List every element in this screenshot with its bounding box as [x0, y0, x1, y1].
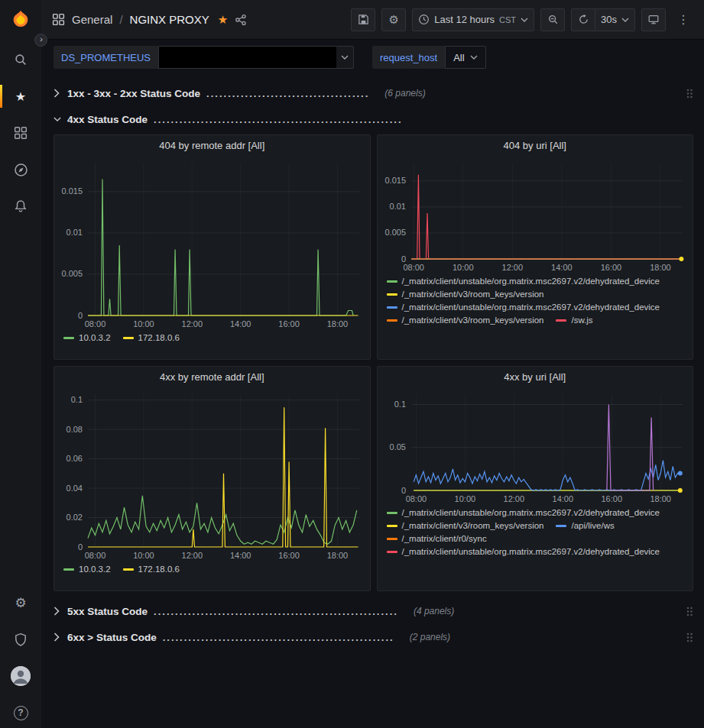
monitor-icon — [647, 14, 660, 25]
refresh-button[interactable] — [571, 8, 595, 31]
legend-item[interactable]: 172.18.0.6 — [123, 333, 180, 342]
legend-label: 172.18.0.6 — [138, 565, 180, 574]
panel-title[interactable]: 404 by remote addr [All] — [54, 135, 370, 157]
sidebar-item-explore[interactable] — [4, 154, 37, 185]
panel-4xx-by-remote-addr: 4xx by remote addr [All] 00.020.040.060.… — [54, 366, 371, 591]
dashboard-settings-button[interactable]: ⚙ — [381, 8, 406, 31]
sidebar-item-starred[interactable]: ★ — [4, 81, 37, 112]
svg-text:0.005: 0.005 — [61, 269, 83, 278]
row-dots: ........................................… — [154, 606, 398, 617]
variable-datasource: DS_PROMETHEUS — [54, 46, 354, 69]
page-title[interactable]: NGINX PROXY — [130, 13, 209, 26]
sidebar-item-search[interactable] — [4, 44, 37, 75]
favorite-star-icon[interactable]: ★ — [218, 13, 228, 27]
datasource-dropdown[interactable] — [158, 46, 354, 69]
chevron-right-icon — [54, 633, 61, 642]
sidebar-item-server-admin[interactable] — [4, 624, 37, 655]
dashboard-content: 1xx - 3xx - 2xx Status Code ............… — [41, 76, 704, 728]
variable-label-datasource: DS_PROMETHEUS — [54, 46, 158, 69]
legend-item[interactable]: /_matrix/client/v3/room_keys/version — [387, 315, 544, 325]
legend-item[interactable]: /api/live/ws — [556, 521, 614, 530]
legend-item[interactable]: /_matrix/client/v3/room_keys/version — [387, 290, 544, 299]
sidebar-item-dashboards[interactable] — [4, 118, 37, 148]
legend-item[interactable]: 172.18.0.6 — [123, 565, 180, 574]
legend-item[interactable]: /_matrix/client/r0/sync — [387, 534, 487, 543]
legend-item[interactable]: /_matrix/client/unstable/org.matrix.msc2… — [387, 508, 660, 517]
chart-canvas[interactable]: 00.0050.010.01508:0010:0012:0014:0016:00… — [378, 157, 693, 274]
share-icon[interactable] — [235, 14, 247, 26]
svg-text:16:00: 16:00 — [601, 494, 622, 503]
legend-label: /api/live/ws — [571, 521, 614, 530]
svg-text:0.01: 0.01 — [389, 202, 405, 211]
legend-item[interactable]: /_matrix/client/unstable/org.matrix.msc2… — [387, 277, 660, 286]
timezone-label: CST — [499, 15, 516, 24]
drag-handle-icon[interactable] — [686, 632, 693, 643]
legend-marker — [387, 280, 397, 283]
grafana-logo[interactable] — [0, 0, 41, 40]
sidebar-item-settings[interactable]: ⚙ — [4, 587, 37, 618]
legend-item[interactable]: /sw.js — [556, 315, 592, 325]
row-title: 6xx > Status Code — [67, 632, 157, 643]
legend-item[interactable]: /_matrix/client/unstable/org.matrix.msc2… — [387, 303, 660, 312]
drag-handle-icon[interactable] — [686, 88, 693, 99]
dashboard-row-1xx-3xx-2xx[interactable]: 1xx - 3xx - 2xx Status Code ............… — [54, 83, 693, 104]
help-icon: ? — [14, 706, 28, 720]
chart-canvas[interactable]: 00.050.108:0010:0012:0014:0016:0018:00 — [378, 388, 693, 506]
kebab-menu-icon: ⋮ — [677, 14, 689, 26]
save-dashboard-button[interactable] — [351, 8, 375, 31]
svg-text:0.1: 0.1 — [394, 400, 405, 409]
tv-mode-button[interactable] — [641, 8, 666, 31]
breadcrumb-section[interactable]: General — [72, 13, 112, 26]
legend-item[interactable]: 10.0.3.2 — [63, 565, 111, 574]
star-icon: ★ — [15, 89, 26, 104]
dashboard-row-4xx[interactable]: 4xx Status Code ........................… — [54, 108, 693, 130]
legend-item[interactable]: 10.0.3.2 — [63, 333, 111, 342]
svg-text:08:00: 08:00 — [403, 263, 424, 272]
chevron-right-icon — [54, 89, 61, 98]
compass-icon — [14, 163, 28, 177]
dashboard-row-6xx[interactable]: 6xx > Status Code ......................… — [54, 626, 693, 648]
drag-handle-icon[interactable] — [686, 606, 693, 617]
main-area: General / NGINX PROXY ★ — [41, 0, 704, 728]
legend-marker — [387, 551, 397, 553]
row-dots: ........................................… — [163, 632, 394, 643]
svg-text:14:00: 14:00 — [552, 494, 573, 503]
legend-marker — [123, 337, 134, 339]
legend-item[interactable]: /_matrix/client/unstable/org.matrix.msc2… — [387, 547, 660, 556]
sidebar-toggle-button[interactable]: › — [34, 34, 47, 47]
panel-title[interactable]: 4xx by uri [All] — [378, 367, 693, 388]
svg-text:0.06: 0.06 — [67, 454, 83, 463]
legend-item[interactable]: /_matrix/client/v3/room_keys/version — [387, 521, 544, 530]
variables-bar: DS_PROMETHEUS request_host All — [41, 40, 704, 76]
svg-text:10:00: 10:00 — [454, 494, 475, 503]
row-panel-count: (4 panels) — [414, 606, 454, 616]
request-host-dropdown[interactable]: All — [445, 46, 485, 69]
svg-text:18:00: 18:00 — [327, 319, 349, 328]
dashboard-row-5xx[interactable]: 5xx Status Code ........................… — [54, 600, 693, 622]
chart-canvas[interactable]: 00.0050.010.01508:0010:0012:0014:0016:00… — [54, 157, 370, 331]
chart-canvas[interactable]: 00.020.040.060.080.108:0010:0012:0014:00… — [54, 388, 370, 562]
refresh-interval-dropdown[interactable]: 30s — [595, 8, 635, 31]
svg-text:0: 0 — [401, 486, 405, 495]
svg-text:12:00: 12:00 — [503, 494, 524, 503]
time-range-picker[interactable]: Last 12 hours CST — [412, 8, 534, 31]
sidebar-item-alerting[interactable] — [4, 191, 37, 222]
zoom-out-button[interactable] — [540, 8, 565, 31]
legend-marker — [387, 319, 397, 322]
panel-title[interactable]: 4xx by remote addr [All] — [54, 367, 370, 388]
legend-marker — [387, 306, 397, 309]
legend-label: /sw.js — [571, 315, 592, 325]
svg-text:14:00: 14:00 — [551, 263, 573, 272]
panel-title[interactable]: 404 by uri [All] — [378, 135, 693, 157]
chevron-down-icon — [470, 55, 478, 60]
svg-text:12:00: 12:00 — [182, 551, 203, 560]
sidebar-item-help[interactable]: ? — [4, 697, 37, 728]
row-dots: ........................................… — [154, 114, 403, 125]
row-title: 4xx Status Code — [67, 114, 148, 125]
svg-text:0.1: 0.1 — [71, 395, 83, 404]
kebab-menu-button[interactable]: ⋮ — [672, 8, 695, 31]
avatar — [11, 666, 31, 686]
sidebar-nav: ★ — [4, 44, 37, 222]
panel-grid: 404 by remote addr [All] 00.0050.010.015… — [54, 134, 693, 591]
sidebar-item-profile[interactable] — [4, 661, 37, 691]
